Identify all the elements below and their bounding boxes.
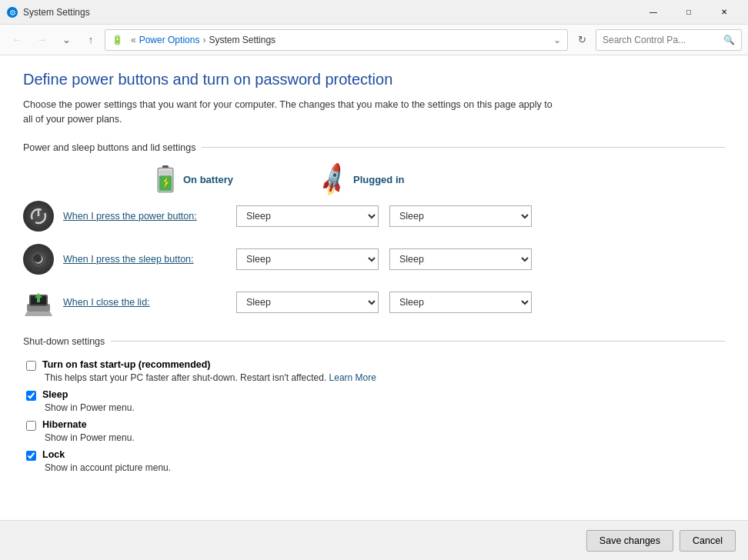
power-section-header: Power and sleep buttons and lid settings: [23, 142, 725, 153]
search-bar[interactable]: 🔍: [596, 29, 742, 51]
svg-rect-5: [159, 170, 172, 175]
power-button-icon: [23, 201, 54, 232]
hibernate-checkbox-text: Hibernate: [42, 419, 87, 430]
plugged-in-label: Plugged in: [353, 174, 404, 185]
minimize-button[interactable]: —: [636, 0, 671, 25]
hibernate-checkbox-desc: Show in Power menu.: [45, 432, 725, 443]
search-icon: 🔍: [723, 35, 735, 45]
titlebar-controls: — □ ✕: [636, 0, 742, 25]
address-icon: 🔋: [112, 35, 123, 45]
cancel-button[interactable]: Cancel: [680, 530, 736, 552]
lock-checkbox[interactable]: [26, 451, 36, 461]
save-changes-button[interactable]: Save changes: [586, 530, 673, 552]
back-button[interactable]: ←: [6, 29, 28, 51]
shutdown-section-label: Shut-down settings: [23, 336, 111, 347]
lid-battery-dropdown[interactable]: Sleep Do nothing Hibernate Shut down Tur…: [236, 292, 379, 313]
power-battery-dropdown-wrap: Sleep Do nothing Hibernate Shut down Tur…: [236, 205, 379, 227]
shutdown-section-line: [111, 341, 725, 342]
lid-label: When I close the lid:: [63, 297, 236, 308]
titlebar-title: System Settings: [23, 7, 636, 18]
on-battery-column: On battery: [154, 165, 308, 195]
shutdown-section: Shut-down settings Turn on fast start-up…: [23, 336, 725, 473]
address-bar: 🔋 « Power Options › System Settings ⌄: [105, 29, 568, 51]
maximize-button[interactable]: □: [671, 0, 706, 25]
lock-checkbox-row: Lock Show in account picture menu.: [23, 449, 725, 473]
page-description: Choose the power settings that you want …: [23, 98, 562, 127]
sleep-checkbox-row: Sleep Show in Power menu.: [23, 389, 725, 413]
sleep-plugged-dropdown-wrap: Sleep Do nothing Hibernate Shut down Tur…: [389, 248, 532, 270]
lid-plugged-dropdown-wrap: Sleep Do nothing Hibernate Shut down Tur…: [389, 292, 532, 313]
refresh-button[interactable]: ↻: [571, 29, 593, 51]
power-columns: On battery 🚀 Plugged in: [154, 165, 725, 195]
sleep-checkbox-text: Sleep: [42, 389, 68, 400]
plugged-in-icon: 🚀: [314, 161, 352, 198]
lid-icon: [23, 287, 54, 318]
titlebar-app-icon: ⚙: [6, 6, 18, 18]
sleep-checkbox-desc: Show in Power menu.: [45, 402, 725, 413]
hibernate-checkbox[interactable]: [26, 421, 36, 431]
close-button[interactable]: ✕: [706, 0, 742, 25]
sleep-battery-dropdown-wrap: Sleep Do nothing Hibernate Shut down Tur…: [236, 248, 379, 270]
sleep-button-row: When I press the sleep button: Sleep Do …: [23, 244, 725, 275]
learn-more-link[interactable]: Learn More: [329, 372, 376, 383]
power-plugged-dropdown[interactable]: Sleep Do nothing Hibernate Shut down Tur…: [389, 205, 532, 227]
power-icon-svg: [30, 208, 47, 225]
sleep-button-dropdowns: Sleep Do nothing Hibernate Shut down Tur…: [236, 248, 532, 270]
breadcrumb-current: System Settings: [209, 35, 275, 45]
lid-battery-dropdown-wrap: Sleep Do nothing Hibernate Shut down Tur…: [236, 292, 379, 313]
lid-plugged-dropdown[interactable]: Sleep Do nothing Hibernate Shut down Tur…: [389, 292, 532, 313]
content-area: Define power buttons and turn on passwor…: [0, 55, 748, 520]
plugged-in-column: 🚀 Plugged in: [319, 165, 473, 195]
lid-icon-svg: [23, 287, 54, 318]
power-battery-dropdown[interactable]: Sleep Do nothing Hibernate Shut down Tur…: [236, 205, 379, 227]
search-input[interactable]: [603, 35, 723, 45]
on-battery-label: On battery: [183, 174, 233, 185]
address-chevron-icon[interactable]: ⌄: [553, 35, 561, 45]
lock-checkbox-label[interactable]: Lock: [26, 449, 725, 461]
lock-checkbox-desc: Show in account picture menu.: [45, 462, 725, 473]
fast-startup-desc: This helps start your PC faster after sh…: [45, 372, 725, 383]
breadcrumb-separator: ›: [202, 35, 205, 45]
titlebar: ⚙ System Settings — □ ✕: [0, 0, 748, 25]
sleep-checkbox-label[interactable]: Sleep: [26, 389, 725, 401]
breadcrumb-power-options[interactable]: Power Options: [139, 35, 200, 45]
shutdown-section-header: Shut-down settings: [23, 336, 725, 347]
recent-button[interactable]: ⌄: [55, 29, 77, 51]
fast-startup-checkbox[interactable]: [26, 361, 36, 371]
fast-startup-text: Turn on fast start-up (recommended): [42, 359, 211, 370]
power-button-dropdowns: Sleep Do nothing Hibernate Shut down Tur…: [236, 205, 532, 227]
up-button[interactable]: ↑: [80, 29, 102, 51]
navbar: ← → ⌄ ↑ 🔋 « Power Options › System Setti…: [0, 25, 748, 55]
forward-button[interactable]: →: [31, 29, 52, 51]
page-title: Define power buttons and turn on passwor…: [23, 71, 725, 88]
battery-icon: [154, 165, 177, 195]
svg-marker-14: [25, 312, 52, 316]
sleep-button-icon: [23, 244, 54, 275]
power-section-line: [202, 147, 725, 148]
lock-checkbox-text: Lock: [42, 449, 65, 460]
fast-startup-label[interactable]: Turn on fast start-up (recommended): [26, 359, 725, 371]
power-button-label: When I press the power button:: [63, 211, 236, 222]
hibernate-checkbox-label[interactable]: Hibernate: [26, 419, 725, 431]
sleep-battery-dropdown[interactable]: Sleep Do nothing Hibernate Shut down Tur…: [236, 248, 379, 270]
lid-row: When I close the lid: Sleep Do nothing H…: [23, 287, 725, 318]
fast-startup-row: Turn on fast start-up (recommended) This…: [23, 359, 725, 383]
power-button-row: When I press the power button: Sleep Do …: [23, 201, 725, 232]
lid-dropdowns: Sleep Do nothing Hibernate Shut down Tur…: [236, 292, 532, 313]
sleep-checkbox[interactable]: [26, 391, 36, 401]
sleep-icon-svg: [30, 251, 47, 268]
power-section-label: Power and sleep buttons and lid settings: [23, 142, 202, 153]
power-plugged-dropdown-wrap: Sleep Do nothing Hibernate Shut down Tur…: [389, 205, 532, 227]
hibernate-checkbox-row: Hibernate Show in Power menu.: [23, 419, 725, 443]
sleep-plugged-dropdown[interactable]: Sleep Do nothing Hibernate Shut down Tur…: [389, 248, 532, 270]
footer: Save changes Cancel: [0, 520, 748, 560]
address-separator: «: [131, 35, 136, 45]
sleep-button-label: When I press the sleep button:: [63, 254, 236, 265]
svg-text:⚙: ⚙: [9, 8, 16, 17]
